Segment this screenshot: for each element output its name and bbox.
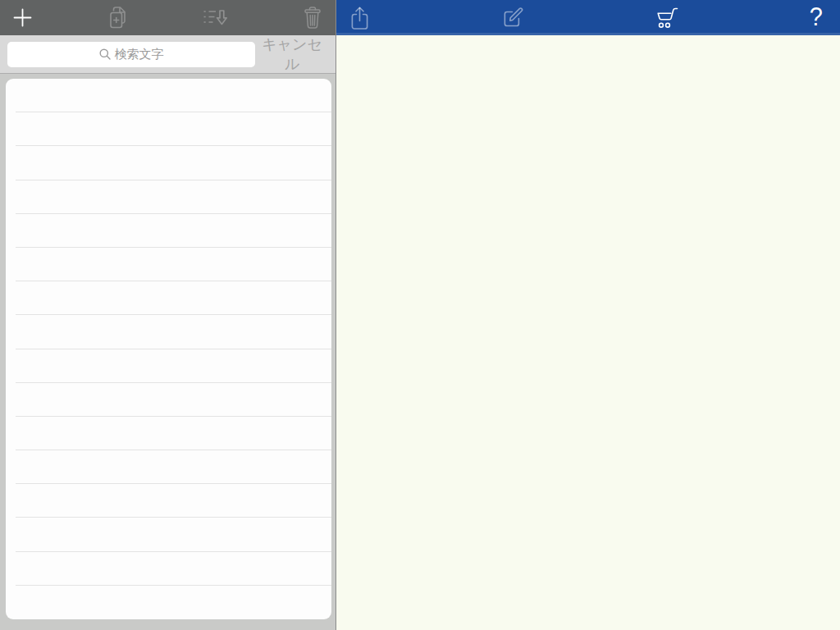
- app-window: 検索文字 キャンセル: [0, 0, 840, 630]
- question-mark-icon: ?: [810, 5, 823, 30]
- empty-list-row: [16, 552, 331, 586]
- search-icon: [99, 48, 111, 60]
- empty-list-row: [16, 315, 331, 349]
- add-button[interactable]: [13, 8, 32, 27]
- sort-descending-icon: [203, 7, 227, 28]
- cart-button[interactable]: [654, 7, 679, 30]
- empty-list: [6, 79, 331, 619]
- duplicate-icon: [107, 6, 128, 30]
- duplicate-button[interactable]: [107, 6, 128, 30]
- detail-toolbar: ?: [336, 0, 840, 35]
- empty-list-row: [16, 146, 331, 180]
- delete-button[interactable]: [303, 7, 322, 30]
- compose-icon: [501, 7, 524, 30]
- cancel-button[interactable]: キャンセル: [255, 34, 329, 74]
- plus-icon: [13, 8, 32, 27]
- share-icon: [349, 6, 371, 30]
- empty-list-row: [16, 484, 331, 518]
- trash-icon: [303, 7, 322, 30]
- list-toolbar: [0, 0, 336, 35]
- empty-list-row: [16, 248, 331, 281]
- empty-list-row: [16, 281, 331, 315]
- empty-list-row: [16, 417, 331, 450]
- detail-content: [336, 35, 840, 630]
- empty-list-row: [16, 112, 331, 146]
- sort-button[interactable]: [203, 7, 227, 28]
- help-button[interactable]: ?: [810, 6, 823, 30]
- list-panel: 検索文字 キャンセル: [0, 0, 336, 630]
- empty-list-row: [16, 518, 331, 551]
- empty-list-row: [16, 79, 331, 112]
- empty-list-row: [16, 180, 331, 214]
- list-area: [0, 74, 336, 630]
- compose-button[interactable]: [501, 7, 524, 30]
- empty-list-row: [16, 349, 331, 383]
- detail-panel: ?: [336, 0, 840, 630]
- shopping-cart-icon: [654, 7, 679, 30]
- search-placeholder: 検索文字: [115, 47, 164, 62]
- empty-list-row: [16, 586, 331, 619]
- share-button[interactable]: [349, 6, 371, 30]
- search-input[interactable]: 検索文字: [7, 42, 255, 67]
- search-bar: 検索文字 キャンセル: [0, 35, 336, 74]
- empty-list-row: [16, 450, 331, 484]
- empty-list-row: [16, 383, 331, 417]
- empty-list-row: [16, 214, 331, 248]
